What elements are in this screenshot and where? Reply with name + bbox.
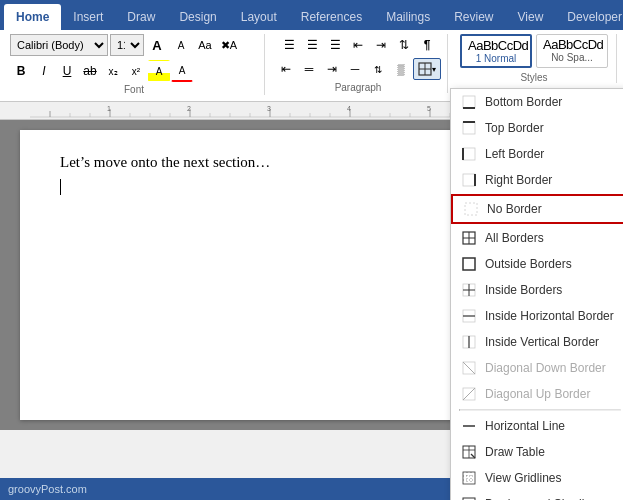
decrease-indent-button[interactable]: ⇤ [347,34,369,56]
svg-text:3: 3 [267,105,271,112]
menu-item-outside-borders[interactable]: Outside Borders [451,251,623,277]
strikethrough-button[interactable]: ab [79,60,101,82]
paragraph-buttons-row1: ☰ ☰ ☰ ⇤ ⇥ ⇅ ¶ [278,34,438,56]
tab-draw[interactable]: Draw [115,4,167,30]
paragraph-group-label: Paragraph [335,82,382,93]
multilevel-button[interactable]: ☰ [324,34,346,56]
shading-button[interactable]: ▒ [390,58,412,80]
bold-button[interactable]: B [10,60,32,82]
menu-item-diagonal-down: Diagonal Down Border [451,355,623,381]
ribbon: Home Insert Draw Design Layout Reference… [0,0,623,30]
grow-font-button[interactable]: A [146,34,168,56]
inside-horizontal-icon [461,308,477,324]
tab-design[interactable]: Design [167,4,228,30]
outside-borders-icon [461,256,477,272]
inside-horizontal-label: Inside Horizontal Border [485,309,614,323]
borders-dropdown-button[interactable]: ▾ [413,58,441,80]
borders-shading-icon [461,496,477,500]
menu-item-all-borders[interactable]: All Borders [451,225,623,251]
no-border-icon [463,201,479,217]
tab-view[interactable]: View [506,4,556,30]
all-borders-label: All Borders [485,231,544,245]
style-nospace-item[interactable]: AaBbCcDd No Spa... [536,34,608,68]
tab-layout[interactable]: Layout [229,4,289,30]
inside-vertical-label: Inside Vertical Border [485,335,599,349]
tab-review[interactable]: Review [442,4,505,30]
font-name-row: Calibri (Body) 11 A A Aa ✖A [10,34,240,56]
menu-item-inside-borders[interactable]: Inside Borders [451,277,623,303]
increase-indent-button[interactable]: ⇥ [370,34,392,56]
tab-home[interactable]: Home [4,4,61,30]
line-spacing-button[interactable]: ⇅ [367,58,389,80]
text-color-button[interactable]: A [171,60,193,82]
italic-button[interactable]: I [33,60,55,82]
styles-group-label: Styles [520,72,547,83]
style-normal-item[interactable]: AaBbCcDd 1 Normal [460,34,532,68]
style-normal-preview: AaBbCcDd [468,38,524,53]
change-case-button[interactable]: Aa [194,34,216,56]
numbering-button[interactable]: ☰ [301,34,323,56]
font-size-select[interactable]: 11 [110,34,144,56]
menu-divider [459,409,621,411]
menu-item-right-border[interactable]: Right Border [451,167,623,193]
clear-format-button[interactable]: ✖A [218,34,240,56]
menu-item-horizontal-line[interactable]: Horizontal Line [451,413,623,439]
menu-item-bottom-border[interactable]: Bottom Border [451,89,623,115]
menu-item-borders-shading[interactable]: Borders and Shading... [451,491,623,500]
font-group: Calibri (Body) 11 A A Aa ✖A B I U ab x₂ … [6,34,265,95]
menu-item-diagonal-up: Diagonal Up Border [451,381,623,407]
menu-item-inside-vertical[interactable]: Inside Vertical Border [451,329,623,355]
top-border-icon [461,120,477,136]
tab-developer[interactable]: Developer [555,4,623,30]
menu-item-view-gridlines[interactable]: View Gridlines [451,465,623,491]
sort-button[interactable]: ⇅ [393,34,415,56]
subscript-button[interactable]: x₂ [102,60,124,82]
paragraph-group: ☰ ☰ ☰ ⇤ ⇥ ⇅ ¶ ⇤ ═ ⇥ ─ ⇅ ▒ ▾ Paragrap [269,34,448,93]
show-formatting-button[interactable]: ¶ [416,34,438,56]
svg-text:5: 5 [427,105,431,112]
inside-vertical-icon [461,334,477,350]
svg-line-58 [463,362,475,374]
svg-rect-43 [463,174,475,186]
left-border-label: Left Border [485,147,544,161]
style-nospace-label: No Spa... [543,52,601,63]
diagonal-down-label: Diagonal Down Border [485,361,606,375]
menu-item-left-border[interactable]: Left Border [451,141,623,167]
horizontal-line-label: Horizontal Line [485,419,565,433]
svg-rect-45 [465,203,477,215]
tab-mailings[interactable]: Mailings [374,4,442,30]
svg-rect-41 [463,148,475,160]
bottom-border-icon [461,94,477,110]
menu-item-draw-table[interactable]: Draw Table [451,439,623,465]
text-highlight-button[interactable]: A [148,60,170,82]
menu-item-no-border[interactable]: No Border [451,194,623,224]
align-center-button[interactable]: ═ [298,58,320,80]
ribbon-tabs: Home Insert Draw Design Layout Reference… [0,0,623,30]
svg-rect-49 [463,258,475,270]
right-border-icon [461,172,477,188]
svg-rect-39 [463,122,475,134]
style-nospace-preview: AaBbCcDd [543,37,601,52]
align-left-button[interactable]: ⇤ [275,58,297,80]
draw-table-label: Draw Table [485,445,545,459]
outside-borders-label: Outside Borders [485,257,572,271]
menu-item-inside-horizontal[interactable]: Inside Horizontal Border [451,303,623,329]
draw-table-icon [461,444,477,460]
svg-rect-65 [463,472,475,484]
align-right-button[interactable]: ⇥ [321,58,343,80]
tab-insert[interactable]: Insert [61,4,115,30]
tab-references[interactable]: References [289,4,374,30]
diagonal-up-icon [461,386,477,402]
superscript-button[interactable]: x² [125,60,147,82]
menu-item-top-border[interactable]: Top Border [451,115,623,141]
view-gridlines-icon [461,470,477,486]
svg-rect-37 [463,96,475,108]
shrink-font-button[interactable]: A [170,34,192,56]
styles-group: AaBbCcDd 1 Normal AaBbCcDd No Spa... Sty… [452,34,617,83]
justify-button[interactable]: ─ [344,58,366,80]
bullets-button[interactable]: ☰ [278,34,300,56]
underline-button[interactable]: U [56,60,78,82]
font-name-select[interactable]: Calibri (Body) [10,34,108,56]
font-group-label: Font [124,84,144,95]
bottom-border-label: Bottom Border [485,95,562,109]
